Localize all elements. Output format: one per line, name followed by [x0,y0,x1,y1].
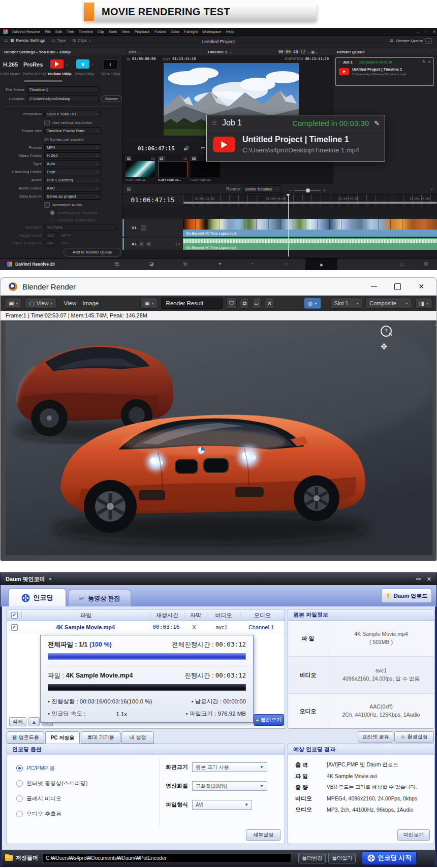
tab-encoding[interactable]: 인코딩 [8,588,66,607]
row-checkbox[interactable]: ✔ [11,624,18,631]
menu-edit[interactable]: Edit [55,29,62,34]
radio-flash[interactable]: 플래시 비디오 [16,795,61,802]
tab-my-settings[interactable]: 내 설정 [121,731,154,744]
preview-button[interactable]: 미리보기 [397,829,430,841]
file-row[interactable]: ✔ 4K Sample Movie.mp4 00:03:16 X avc1 Ch… [7,621,285,633]
edit-job-icon[interactable]: ✎ [422,60,425,64]
timeline-zoom-slider[interactable]: – + [289,188,326,193]
chevron-down-icon[interactable]: ▼ [48,577,52,582]
fairlight-page-icon[interactable]: ♪ [285,261,288,267]
view-menu[interactable]: View [64,300,77,306]
a1-clip[interactable]: Go Beyond 4K Time Lapse.mp4 [183,238,437,250]
resolution-select[interactable]: 1920 x 1080 HD⌄ [44,111,101,117]
youtube-icon[interactable] [50,59,64,69]
timeline-ruler[interactable]: 01:06:32:00 01:06:40:00 01:06:48:00 01:0… [183,195,437,205]
maximize-icon[interactable]: ▫ [425,29,426,34]
save-folder-path[interactable]: C:₩Users₩s4pro₩Documents₩Daum₩PotEncoder [42,853,291,863]
quality-select[interactable]: 고화질(100%)▼ [192,781,267,791]
normalize-checkbox[interactable] [44,202,50,208]
maximize-icon[interactable] [394,283,401,290]
a1-track-header[interactable]: A1 S M 2.0 [122,238,183,250]
settings-gear-icon[interactable]: ⚙ [424,261,428,267]
type-select[interactable]: Auto⌄ [44,160,101,167]
add-to-render-queue-button[interactable]: Add to Render Queue [64,248,121,256]
render-scope-select[interactable]: Entire Timeline⌄ [243,185,282,192]
fake-user-icon[interactable]: 🛡 [226,298,237,309]
tab-pc-save[interactable]: PC 저장용 [45,731,80,745]
color-page-icon[interactable]: ◔ [251,261,254,267]
tab-web-upload[interactable]: 웹 업로드용 [7,731,44,744]
minimize-icon[interactable]: – [417,29,419,34]
col-subtitle[interactable]: 자막 [184,612,207,619]
menu-view[interactable]: View [121,29,130,34]
media-page-icon[interactable]: ▤ [114,261,119,267]
format-select[interactable]: AVI▼ [192,800,252,810]
playhead[interactable] [288,195,289,256]
tiktok-icon[interactable]: ♪ [103,59,117,70]
chevron-down-icon[interactable]: ⌄ [65,62,69,67]
detail-settings-button[interactable]: 세부설정 [246,829,280,841]
viewer-display-icon[interactable]: ▣⌄ [311,50,318,54]
viewer-timeline-select[interactable]: Timeline 1⌄ [207,50,232,54]
minimize-icon[interactable] [371,286,377,287]
view-mode-select[interactable]: ▢View▾ [25,298,56,309]
open-image-icon[interactable]: ▱ [252,298,261,309]
col-time[interactable]: 재생시간 [150,612,184,619]
location-input[interactable]: C:\Users\s4pro\Desktop [27,95,99,102]
menu-workspace[interactable]: Workspace [202,29,221,34]
video-codec-select[interactable]: H.264⌄ [44,152,101,159]
pass-select[interactable]: Composite▾ [365,298,412,309]
mute-button[interactable]: M [146,242,151,246]
standard-select[interactable]: YouTube⌄ [44,224,116,231]
col-audio[interactable]: 오디오 [240,612,285,619]
screen-size-select[interactable]: 원본 크기 사용▼ [192,762,267,772]
new-image-icon[interactable]: ⧉ [240,298,249,309]
prev-clip-icon[interactable]: ⏮ [201,146,205,151]
vertical-res-checkbox[interactable] [44,120,50,125]
render-cache-icon[interactable]: ▨ [127,186,131,191]
col-video[interactable]: 비디오 [207,612,240,619]
queue-more-icon[interactable]: ⋯ [428,50,432,54]
tab-video-edit[interactable]: ✂ 동영상 편집 [68,590,131,607]
audio-note-icon[interactable]: ♪ [431,186,433,191]
viewer-zoom-select[interactable]: 30%⌄ [128,50,141,54]
panel-toggle-icon[interactable]: ⌄ [425,38,432,44]
browse-button[interactable]: Browse [101,95,122,102]
close-icon[interactable]: ✕ [418,282,424,291]
minimize-icon[interactable] [416,578,421,580]
close-icon[interactable]: ✕ [427,576,431,583]
menu-color[interactable]: Color [170,29,179,34]
viewer-timecode-select[interactable]: 00:00:40:12⌄ [278,50,310,54]
change-folder-button[interactable]: 폴더변경 [298,853,326,863]
menu-file[interactable]: File [45,29,51,34]
radio-pc-pmp[interactable]: PC/PMP 용 [16,764,55,772]
queue-thumbnail-1[interactable]: 01 V1 H.264 High L5... [126,156,155,182]
display-channels-select[interactable]: ◨▾ [415,298,432,309]
remove-job-icon[interactable]: ✕ [428,60,431,64]
optimize-std-radio[interactable] [50,217,55,222]
vimeo-icon[interactable]: v [76,59,89,69]
menu-fairlight[interactable]: Fairlight [184,29,198,34]
daum-upload-button[interactable]: ⬆ Daum 업로드 [382,589,431,602]
zoom-in-icon[interactable]: + [381,326,392,337]
menu-app[interactable]: DaVinci Resolve [12,29,40,34]
settings-more-icon[interactable]: ⋯ [115,50,119,54]
audio-select[interactable]: Bus 1 (Stereo)⌄ [44,177,101,183]
image-menu[interactable]: Image [82,300,99,306]
menu-help[interactable]: Help [226,29,233,34]
preset-prores[interactable]: ProRes [23,61,43,68]
menu-timeline[interactable]: Timeline [79,29,93,34]
app-settings-button[interactable]: ⚙ 환경설정 [394,731,434,743]
start-encoding-button[interactable]: 인코딩 시작 [362,851,417,865]
timeline-scrollbar[interactable] [183,202,437,204]
menu-clip[interactable]: Clip [98,29,104,34]
preset-scrollbar[interactable] [24,80,63,82]
delete-button[interactable]: 삭제 [9,717,26,726]
chevron-down-icon[interactable]: ⌄ [91,62,95,67]
close-icon[interactable]: ✕ [432,29,436,34]
scene-select[interactable]: ◍▾ [304,298,321,309]
load-button[interactable]: + 불러오기 [254,714,284,726]
edit-job-icon[interactable]: ✎ [374,119,380,127]
format-select[interactable]: MP4⌄ [44,144,101,151]
editor-type-select[interactable]: ▣▾ [5,298,22,309]
